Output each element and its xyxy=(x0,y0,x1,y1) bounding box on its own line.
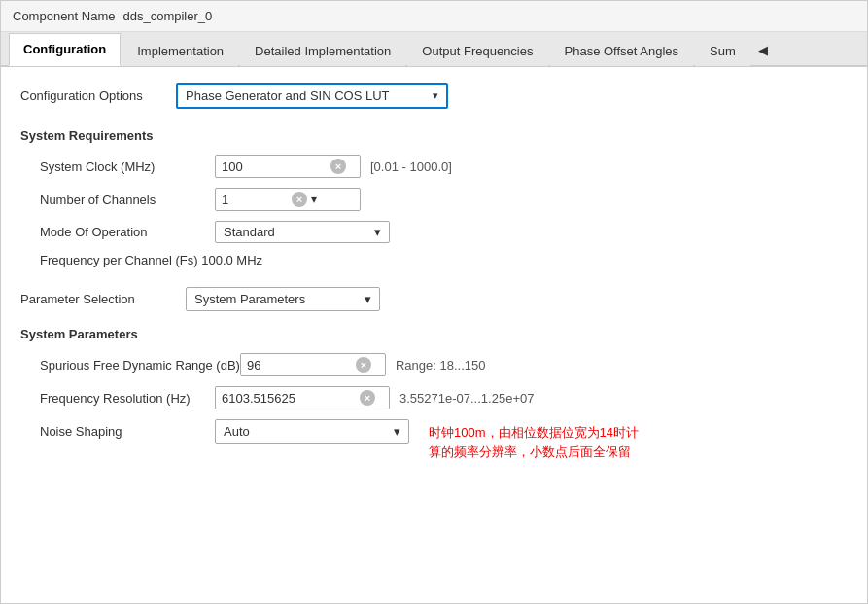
sfdr-range: Range: 18...150 xyxy=(396,358,486,373)
config-options-arrow-icon: ▾ xyxy=(433,89,438,102)
system-clock-clear-button[interactable]: × xyxy=(329,159,348,174)
component-name-value: dds_compiler_0 xyxy=(123,9,213,23)
num-channels-label: Number of Channels xyxy=(40,193,215,207)
num-channels-row: Number of Channels × ▾ xyxy=(20,188,848,211)
system-params-title: System Parameters xyxy=(20,327,848,341)
tab-configuration[interactable]: Configuration xyxy=(9,33,121,66)
noise-shaping-select[interactable]: Auto ▾ xyxy=(215,419,409,444)
noise-shaping-label: Noise Shaping xyxy=(40,424,215,439)
system-clock-clear-icon: × xyxy=(330,159,346,174)
content-area: Configuration Options Phase Generator an… xyxy=(1,67,867,492)
mode-of-operation-value: Standard xyxy=(224,225,275,239)
system-clock-label: System Clock (MHz) xyxy=(40,160,215,174)
mode-of-operation-select[interactable]: Standard ▾ xyxy=(215,221,390,243)
system-requirements-section: System Requirements System Clock (MHz) ×… xyxy=(20,128,848,267)
sfdr-input-wrapper: × xyxy=(240,353,386,376)
system-params-section: System Parameters Spurious Free Dynamic … xyxy=(20,327,848,461)
sfdr-input[interactable] xyxy=(247,358,354,373)
tab-more-button[interactable]: ◀ xyxy=(752,35,774,65)
noise-shaping-value: Auto xyxy=(224,424,250,439)
noise-shaping-arrow-icon: ▾ xyxy=(394,424,400,439)
mode-of-operation-arrow-icon: ▾ xyxy=(374,225,381,239)
mode-of-operation-label: Mode Of Operation xyxy=(40,225,215,239)
parameter-selection-select[interactable]: System Parameters ▾ xyxy=(186,287,380,311)
tab-detailed-implementation[interactable]: Detailed Implementation xyxy=(240,35,405,66)
system-clock-row: System Clock (MHz) × [0.01 - 1000.0] xyxy=(20,155,848,178)
parameter-selection-row: Parameter Selection System Parameters ▾ xyxy=(20,287,848,311)
num-channels-dropdown-button[interactable]: ▾ xyxy=(309,193,319,206)
mode-of-operation-row: Mode Of Operation Standard ▾ xyxy=(20,221,848,243)
freq-per-channel-row: Frequency per Channel (Fs) 100.0 MHz xyxy=(20,253,848,267)
freq-resolution-label: Frequency Resolution (Hz) xyxy=(40,391,215,406)
system-clock-range: [0.01 - 1000.0] xyxy=(370,160,452,174)
freq-resolution-input[interactable] xyxy=(222,391,358,406)
freq-resolution-clear-button[interactable]: × xyxy=(358,390,377,406)
config-options-label: Configuration Options xyxy=(20,89,166,103)
annotation-block: 时钟100m，由相位数据位宽为14时计 算的频率分辨率，小数点后面全保留 xyxy=(429,423,639,461)
freq-resolution-clear-icon: × xyxy=(360,390,375,406)
num-channels-input[interactable] xyxy=(222,193,290,207)
main-window: Component Name dds_compiler_0 Configurat… xyxy=(0,0,868,604)
annotation-line1: 时钟100m，由相位数据位宽为14时计 xyxy=(429,423,639,443)
config-options-row: Configuration Options Phase Generator an… xyxy=(20,83,848,109)
component-name-bar: Component Name dds_compiler_0 xyxy=(1,1,867,32)
sfdr-clear-button[interactable]: × xyxy=(354,357,373,373)
parameter-selection-arrow-icon: ▾ xyxy=(365,292,371,306)
parameter-selection-value: System Parameters xyxy=(194,292,305,306)
tabs-bar: Configuration Implementation Detailed Im… xyxy=(1,32,867,67)
sfdr-label: Spurious Free Dynamic Range (dB) xyxy=(40,358,240,373)
config-options-value: Phase Generator and SIN COS LUT xyxy=(186,89,390,103)
num-channels-clear-icon: × xyxy=(292,192,307,207)
freq-resolution-input-wrapper: × xyxy=(215,386,390,409)
annotation-line2: 算的频率分辨率，小数点后面全保留 xyxy=(429,443,639,462)
tab-implementation[interactable]: Implementation xyxy=(122,35,238,66)
noise-shaping-and-annotation: Noise Shaping Auto ▾ 时钟100m，由相位数据位宽为14时计… xyxy=(20,419,848,461)
tab-summary[interactable]: Sum xyxy=(695,35,750,66)
noise-shaping-row: Noise Shaping Auto ▾ xyxy=(20,419,409,444)
parameter-selection-label: Parameter Selection xyxy=(20,292,176,306)
freq-per-channel-label: Frequency per Channel (Fs) xyxy=(40,253,201,267)
system-requirements-title: System Requirements xyxy=(20,128,848,143)
num-channels-clear-button[interactable]: × xyxy=(290,192,309,207)
sfdr-row: Spurious Free Dynamic Range (dB) × Range… xyxy=(20,353,848,376)
system-clock-input[interactable] xyxy=(222,160,329,174)
num-channels-input-wrapper: × ▾ xyxy=(215,188,361,211)
sfdr-clear-icon: × xyxy=(356,357,371,373)
config-options-select[interactable]: Phase Generator and SIN COS LUT ▾ xyxy=(176,83,448,109)
freq-resolution-row: Frequency Resolution (Hz) × 3.55271e-07.… xyxy=(20,386,848,409)
tab-output-frequencies[interactable]: Output Frequencies xyxy=(407,35,547,66)
freq-per-channel-value: 100.0 MHz xyxy=(201,253,262,267)
component-name-label: Component Name xyxy=(13,9,116,23)
freq-resolution-range: 3.55271e-07...1.25e+07 xyxy=(399,391,534,406)
tab-phase-offset-angles[interactable]: Phase Offset Angles xyxy=(550,35,694,66)
system-clock-input-wrapper: × xyxy=(215,155,361,178)
